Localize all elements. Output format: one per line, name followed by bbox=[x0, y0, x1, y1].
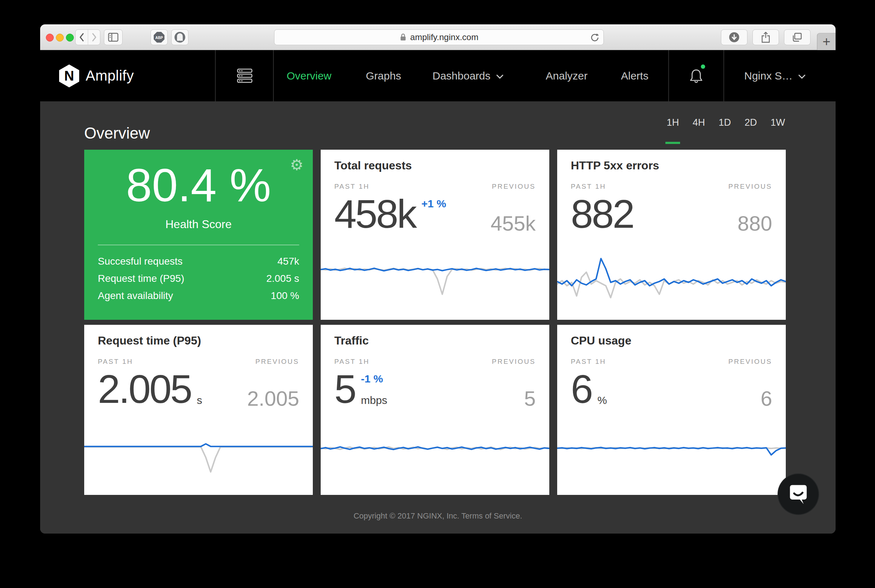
overview-page: Overview 1H 4H 1D 2D 1W ⚙ 80.4 % Health … bbox=[40, 101, 836, 534]
nav-item-graphs[interactable]: Graphs bbox=[366, 50, 401, 101]
range-4h[interactable]: 4H bbox=[692, 117, 706, 144]
download-icon bbox=[728, 32, 740, 43]
copyright-footer: Copyright © 2017 NGINX, Inc. Terms of Se… bbox=[40, 512, 836, 520]
bell-icon bbox=[688, 67, 704, 85]
nav-divider bbox=[273, 50, 274, 101]
past-label: PAST 1H bbox=[571, 358, 606, 366]
previous-label: PREVIOUS bbox=[256, 358, 299, 366]
amplify-navbar: N Amplify bbox=[40, 50, 836, 101]
svg-text:ABP: ABP bbox=[155, 36, 163, 40]
current-value: 5 -1 %mbps bbox=[334, 370, 387, 408]
plus-icon: + bbox=[822, 34, 830, 50]
range-1w[interactable]: 1W bbox=[770, 117, 786, 144]
change-badge: +1 % bbox=[421, 198, 446, 210]
history-nav-group bbox=[75, 29, 100, 45]
reload-button[interactable] bbox=[590, 33, 600, 44]
minimize-button[interactable] bbox=[56, 34, 64, 42]
card-cpu-usage: CPU usage PAST 1H PREVIOUS 6 % 6 bbox=[557, 325, 786, 495]
health-stat-row: Agent availability 100 % bbox=[98, 290, 299, 302]
previous-label: PREVIOUS bbox=[728, 183, 772, 190]
tabs-icon bbox=[792, 32, 803, 42]
chat-bubble-icon bbox=[787, 482, 810, 506]
chevron-down-icon bbox=[798, 75, 806, 79]
current-value: 882 bbox=[571, 195, 633, 232]
notifications-button[interactable] bbox=[685, 50, 707, 101]
nav-item-alerts[interactable]: Alerts bbox=[621, 50, 648, 101]
past-label: PAST 1H bbox=[98, 358, 133, 366]
previous-value: 5 bbox=[524, 386, 536, 410]
zoom-button[interactable] bbox=[66, 34, 74, 42]
adblock-icon: ABP bbox=[153, 31, 165, 44]
page-title: Overview bbox=[84, 125, 150, 141]
nav-item-dashboards[interactable]: Dashboards bbox=[433, 50, 504, 101]
chat-widget-button[interactable] bbox=[777, 473, 819, 515]
card-http-5xx-errors: HTTP 5xx errors PAST 1H PREVIOUS 882 880 bbox=[557, 150, 786, 320]
ghostery-icon bbox=[174, 32, 186, 43]
past-label: PAST 1H bbox=[334, 183, 370, 190]
previous-value: 2.005 bbox=[247, 386, 299, 410]
nav-item-analyzer[interactable]: Analyzer bbox=[546, 50, 588, 101]
card-health-score: ⚙ 80.4 % Health Score Succesful requests… bbox=[84, 150, 313, 320]
nginx-logo: N bbox=[59, 64, 79, 87]
share-button[interactable] bbox=[752, 29, 779, 45]
previous-value: 6 bbox=[761, 386, 772, 410]
previous-value: 880 bbox=[737, 211, 772, 235]
tab-overview-button[interactable] bbox=[784, 29, 810, 45]
divider bbox=[98, 244, 299, 245]
health-score-value: 80.4 % bbox=[84, 162, 313, 208]
unit: s bbox=[197, 394, 202, 406]
health-stat-row: Request time (P95) 2.005 s bbox=[98, 273, 299, 284]
health-score-label: Health Score bbox=[84, 218, 313, 231]
forward-icon bbox=[92, 33, 97, 42]
range-1h[interactable]: 1H bbox=[665, 117, 680, 144]
card-request-time: Request time (P95) PAST 1H PREVIOUS 2.00… bbox=[84, 325, 313, 495]
change-badge: -1 % bbox=[361, 373, 387, 385]
previous-label: PREVIOUS bbox=[492, 183, 536, 190]
unit: mbps bbox=[361, 394, 387, 406]
card-title: Request time (P95) bbox=[98, 334, 201, 347]
card-title: Traffic bbox=[334, 334, 369, 347]
back-button[interactable] bbox=[75, 30, 88, 45]
card-title: HTTP 5xx errors bbox=[571, 159, 659, 172]
account-menu[interactable]: Nginx S… bbox=[744, 50, 806, 101]
previous-label: PREVIOUS bbox=[728, 358, 772, 366]
sidebar-button[interactable] bbox=[104, 29, 123, 45]
new-tab-button[interactable]: + bbox=[817, 33, 836, 50]
reload-icon bbox=[590, 33, 600, 43]
amplify-brand[interactable]: N Amplify bbox=[59, 50, 134, 101]
current-value: 6 % bbox=[571, 370, 607, 408]
address-bar[interactable]: amplify.nginx.com bbox=[274, 29, 604, 45]
range-2d[interactable]: 2D bbox=[744, 117, 758, 144]
downloads-button[interactable] bbox=[721, 29, 747, 45]
desktop: ABP amplify.nginx.com bbox=[0, 0, 875, 588]
health-stat-row: Succesful requests 457k bbox=[98, 256, 299, 267]
time-range-selector: 1H 4H 1D 2D 1W bbox=[665, 117, 786, 144]
svg-text:N: N bbox=[64, 68, 74, 83]
card-total-requests: Total requests PAST 1H PREVIOUS 458k +1 … bbox=[321, 150, 549, 320]
nav-item-overview[interactable]: Overview bbox=[287, 50, 331, 101]
nav-divider bbox=[723, 50, 724, 101]
unit: % bbox=[597, 394, 607, 406]
nav-divider bbox=[668, 50, 669, 101]
previous-value: 455k bbox=[490, 211, 536, 235]
url-text: amplify.nginx.com bbox=[410, 32, 478, 42]
notification-dot bbox=[701, 64, 705, 69]
back-icon bbox=[79, 33, 84, 42]
sidebar-icon bbox=[108, 33, 119, 42]
adblock-extension-button[interactable]: ABP bbox=[150, 29, 168, 45]
current-value: 458k +1 % bbox=[334, 195, 446, 232]
previous-label: PREVIOUS bbox=[492, 358, 536, 366]
card-title: CPU usage bbox=[571, 334, 631, 347]
forward-button[interactable] bbox=[88, 30, 100, 45]
close-button[interactable] bbox=[46, 34, 54, 42]
ghostery-extension-button[interactable] bbox=[171, 29, 188, 45]
safari-window: ABP amplify.nginx.com bbox=[40, 24, 836, 534]
past-label: PAST 1H bbox=[571, 183, 606, 190]
change-badge bbox=[597, 373, 607, 384]
change-badge bbox=[197, 373, 202, 384]
range-1d[interactable]: 1D bbox=[717, 117, 732, 144]
chevron-down-icon bbox=[496, 75, 504, 79]
nav-divider bbox=[215, 50, 216, 101]
browser-toolbar: ABP amplify.nginx.com bbox=[40, 24, 836, 50]
systems-button[interactable] bbox=[236, 50, 253, 101]
